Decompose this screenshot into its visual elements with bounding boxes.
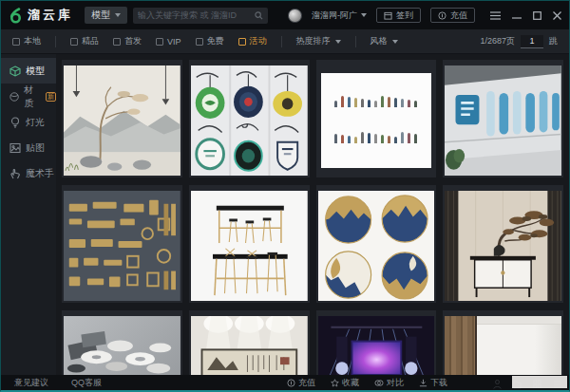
minimize-icon[interactable] [512, 11, 522, 20]
chevron-down-icon [392, 40, 398, 44]
statusbar: 意见建议 QQ客服 充值 收藏 对比 [1, 375, 569, 390]
bar-table-image [191, 191, 308, 301]
app-title: 溜云库 [28, 7, 73, 24]
app-window: 溜云库 模型 溜溜网-阿广 签到 [0, 0, 570, 392]
style-dropdown[interactable]: 风格 [370, 35, 398, 47]
culture-wall-image [445, 65, 561, 176]
console-table-image [445, 191, 561, 301]
download-icon [419, 379, 428, 387]
qq-service-link[interactable]: QQ客服 [71, 377, 102, 389]
app-logo: 溜云库 [9, 7, 73, 24]
zen-landscape-image [64, 65, 180, 176]
checkbox-icon [238, 38, 246, 46]
logo-icon [9, 8, 23, 24]
ceiling-line [477, 316, 561, 325]
calendar-icon [384, 11, 392, 20]
divider [355, 36, 356, 47]
filter-checkbox-premium[interactable]: 精品 [70, 35, 99, 47]
page-info: 1/2687页 [480, 35, 515, 47]
image-icon [10, 142, 21, 154]
white-interior-image [445, 316, 561, 375]
thumbnail-gold-panels[interactable] [62, 185, 182, 303]
user-avatar[interactable] [288, 9, 302, 23]
recharge-action[interactable]: 充值 [287, 377, 315, 389]
pagination: 1/2687页 跳 [480, 35, 558, 48]
checkbox-icon [156, 38, 163, 46]
people-row [327, 130, 427, 143]
sidebar-item-textures[interactable]: 贴图 [1, 135, 56, 160]
stage-image [318, 316, 435, 375]
thumbnail-stage-lighting[interactable] [316, 310, 437, 375]
search-input[interactable] [138, 10, 255, 20]
results-area [56, 54, 569, 375]
star-icon [331, 379, 339, 387]
compare-action[interactable]: 对比 [374, 377, 404, 389]
category-dropdown[interactable]: 模型 [85, 7, 127, 24]
shop-signs-image [191, 65, 308, 176]
favorite-action[interactable]: 收藏 [331, 377, 359, 389]
wall-shading [535, 325, 561, 375]
people-panel [321, 73, 432, 168]
user-menu[interactable]: 溜溜网-阿广 [312, 9, 367, 22]
thumbnail-white-interior[interactable] [443, 310, 563, 375]
divider [281, 36, 282, 47]
category-dropdown-label: 模型 [91, 9, 110, 22]
light-bulb-icon [10, 117, 21, 128]
filter-checkbox-vip[interactable]: VIP [156, 37, 181, 47]
search-box[interactable] [133, 8, 268, 24]
new-badge: 新 [46, 92, 56, 102]
gypsum-discs-image [64, 316, 180, 375]
filter-checkbox-first-release[interactable]: 首发 [113, 35, 142, 47]
menu-icon[interactable] [490, 11, 501, 20]
thumbnail-overlap-extension [512, 376, 567, 388]
thumbnail-culture-wall[interactable] [443, 60, 563, 177]
gold-panels-image [64, 191, 180, 301]
checkbox-icon [113, 38, 121, 46]
thumbnail-bar-table[interactable] [189, 185, 310, 303]
thumbnail-gypsum-discs[interactable] [62, 310, 182, 375]
filter-checkbox-free[interactable]: 免费 [196, 35, 224, 47]
checkbox-icon [12, 38, 20, 46]
signin-button[interactable]: 签到 [376, 8, 421, 23]
close-icon[interactable] [553, 11, 561, 20]
wood-panel [445, 316, 477, 375]
material-sphere-icon [10, 91, 19, 103]
cube-icon [10, 65, 21, 77]
maximize-icon[interactable] [533, 11, 542, 20]
page-jump-input[interactable] [521, 35, 543, 48]
filter-checkbox-local[interactable]: 本地 [12, 35, 41, 47]
sidebar-item-models[interactable]: 模型 [1, 58, 56, 84]
checkbox-icon [196, 38, 203, 46]
filter-checkbox-activity[interactable]: 活动 [238, 35, 267, 47]
wall-plates-image [318, 191, 435, 301]
download-action[interactable]: 下载 [419, 377, 447, 389]
sidebar-item-materials[interactable]: 材质 新 [1, 84, 56, 109]
search-icon[interactable] [255, 11, 263, 20]
thumbnail-lit-painting[interactable] [189, 310, 310, 375]
divider [55, 36, 56, 47]
thumbnail-console-table[interactable] [443, 185, 563, 303]
recharge-button[interactable]: 充值 [430, 8, 475, 23]
coin-icon [438, 11, 446, 20]
coin-icon [287, 379, 295, 387]
chevron-down-icon [335, 40, 341, 44]
thumbnail-shop-signs[interactable] [189, 60, 310, 177]
thumbnail-zen-landscape[interactable] [62, 60, 182, 177]
sidebar-item-magic-hand[interactable]: 魔术手 [1, 160, 56, 186]
compare-icon [374, 379, 384, 387]
chevron-down-icon [115, 13, 121, 17]
sidebar: 模型 材质 新 灯光 贴图 魔术手 [1, 54, 56, 375]
thumbnail-wall-plates[interactable] [316, 185, 437, 303]
username-label: 溜溜网-阿广 [312, 9, 357, 22]
sort-dropdown[interactable]: 热度排序 [296, 35, 341, 47]
hand-icon [10, 168, 21, 179]
thumbnail-people-silhouettes[interactable] [316, 60, 437, 177]
person-icon [493, 380, 502, 389]
feedback-link[interactable]: 意见建议 [14, 377, 48, 389]
titlebar: 溜云库 模型 溜溜网-阿广 签到 [1, 1, 569, 29]
lit-painting-image [191, 316, 308, 375]
page-jump-button[interactable]: 跳 [549, 35, 558, 47]
sidebar-item-lights[interactable]: 灯光 [1, 109, 56, 135]
filter-toolbar: 本地 精品 首发 VIP 免费 活动 热度排序 风格 [1, 29, 569, 54]
thumbnail-grid [62, 60, 563, 375]
